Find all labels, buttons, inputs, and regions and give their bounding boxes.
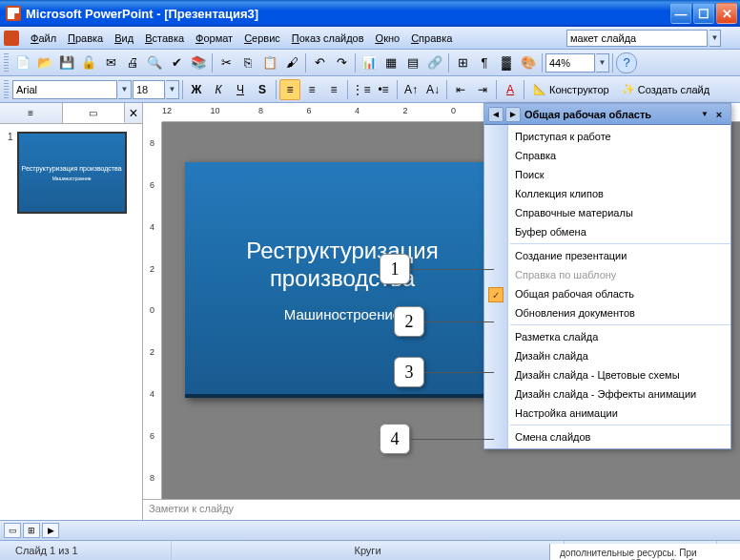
taskpane-item[interactable]: Буфер обмена xyxy=(484,222,730,241)
taskpane-item[interactable]: Разметка слайда xyxy=(484,327,730,346)
sorter-view-button[interactable]: ⊞ xyxy=(23,523,40,538)
shadow-button[interactable]: S xyxy=(252,79,273,100)
italic-button[interactable]: К xyxy=(208,79,229,100)
design-button[interactable]: 📐Конструктор xyxy=(527,79,615,100)
expand-icon[interactable]: ⊞ xyxy=(452,52,473,73)
bold-button[interactable]: Ж xyxy=(186,79,207,100)
taskpane-item[interactable]: Смена слайдов xyxy=(484,427,730,446)
taskpane-title[interactable]: Общая рабочая область xyxy=(524,109,698,120)
taskpane-menu: ◄ ► Общая рабочая область ▼ × Приступая … xyxy=(483,103,731,449)
undo-icon[interactable]: ↶ xyxy=(309,52,330,73)
window-title: Microsoft PowerPoint - [Презентация3] xyxy=(26,7,670,21)
slides-tab[interactable]: ▭ xyxy=(63,103,126,123)
formatting-toolbar: Arial ▼ 18 ▼ Ж К Ч S ≡ ≡ ≡ ⋮≡ •≡ A↑ A↓ ⇤… xyxy=(0,76,740,103)
taskpane-item[interactable]: Справка xyxy=(484,146,730,165)
status-slide: Слайд 1 из 1 xyxy=(0,541,172,560)
underline-button[interactable]: Ч xyxy=(230,79,251,100)
taskpane-dropdown-arrow[interactable]: ▼ xyxy=(701,110,709,118)
redo-icon[interactable]: ↷ xyxy=(331,52,352,73)
research-icon[interactable]: 📚 xyxy=(188,52,209,73)
new-slide-button[interactable]: ✨Создать слайд xyxy=(616,79,715,100)
notes-pane[interactable]: Заметки к слайду xyxy=(143,499,740,520)
taskpane-item[interactable]: Общая рабочая область✓ xyxy=(484,284,730,303)
align-center-button[interactable]: ≡ xyxy=(301,79,322,100)
menu-файл[interactable]: Файл xyxy=(25,31,62,46)
align-right-button[interactable]: ≡ xyxy=(323,79,344,100)
new-icon[interactable]: 📄 xyxy=(12,52,33,73)
taskpane-back-button[interactable]: ◄ xyxy=(488,107,504,122)
slideshow-view-button[interactable]: ▶ xyxy=(42,523,59,538)
taskpane-item[interactable]: Дизайн слайда - Цветовые схемы xyxy=(484,365,730,384)
menu-вставка[interactable]: Вставка xyxy=(139,31,190,46)
minimize-button[interactable]: — xyxy=(670,3,691,24)
increase-indent-button[interactable]: ⇥ xyxy=(472,79,493,100)
slide-subtitle[interactable]: Машиностроение xyxy=(284,306,401,322)
zoom-box[interactable]: 44% xyxy=(545,53,595,73)
taskpane-item[interactable]: Поиск xyxy=(484,165,730,184)
title-bar: Microsoft PowerPoint - [Презентация3] — … xyxy=(0,0,740,27)
table-icon[interactable]: ▦ xyxy=(380,52,401,73)
grid-icon[interactable]: ▓ xyxy=(496,52,517,73)
show-format-icon[interactable]: ¶ xyxy=(474,52,495,73)
chart-icon[interactable]: 📊 xyxy=(359,52,380,73)
taskpane-header: ◄ ► Общая рабочая область ▼ × xyxy=(484,104,730,125)
doc-control-icon[interactable] xyxy=(4,31,19,46)
help-search-box[interactable]: макет слайда xyxy=(566,30,708,47)
font-name-box[interactable]: Arial xyxy=(12,80,117,99)
taskpane-item[interactable]: Приступая к работе xyxy=(484,127,730,146)
menu-правка[interactable]: Правка xyxy=(62,31,109,46)
menu-сервис[interactable]: Сервис xyxy=(238,31,286,46)
taskpane-item[interactable]: Настройка анимации xyxy=(484,404,730,423)
hyperlink-icon[interactable]: 🔗 xyxy=(424,52,445,73)
taskpane-item[interactable]: Дизайн слайда xyxy=(484,346,730,365)
color-icon[interactable]: 🎨 xyxy=(518,52,539,73)
close-button[interactable]: ✕ xyxy=(716,3,737,24)
menu-показ слайдов[interactable]: Показ слайдов xyxy=(286,31,370,46)
copy-icon[interactable]: ⎘ xyxy=(237,52,258,73)
menu-вид[interactable]: Вид xyxy=(109,31,139,46)
taskpane-close-button[interactable]: × xyxy=(711,107,727,122)
taskpane-item[interactable]: Обновления документов xyxy=(484,303,730,322)
format-painter-icon[interactable]: 🖌 xyxy=(281,52,302,73)
toolbar-grip[interactable] xyxy=(4,53,9,73)
taskpane-item[interactable]: Справочные материалы xyxy=(484,203,730,222)
font-color-button[interactable]: A xyxy=(500,79,521,100)
outline-tab[interactable]: ≡ xyxy=(0,103,63,123)
spell-icon[interactable]: ✔ xyxy=(166,52,187,73)
menu-bar: ФайлПравкаВидВставкаФорматСервисПоказ сл… xyxy=(0,27,740,50)
numbering-button[interactable]: ⋮≡ xyxy=(351,79,372,100)
decrease-indent-button[interactable]: ⇤ xyxy=(450,79,471,100)
print-icon[interactable]: 🖨 xyxy=(122,52,143,73)
tables-borders-icon[interactable]: ▤ xyxy=(402,52,423,73)
decrease-font-button[interactable]: A↓ xyxy=(422,79,443,100)
help-search-dropdown[interactable]: ▼ xyxy=(709,30,721,47)
slide-thumbnail[interactable]: 1 Реструктуризация производства Машиност… xyxy=(8,132,134,214)
taskpane-item[interactable]: Коллекция клипов xyxy=(484,184,730,203)
paste-icon[interactable]: 📋 xyxy=(259,52,280,73)
normal-view-button[interactable]: ▭ xyxy=(4,523,21,538)
permission-icon[interactable]: 🔓 xyxy=(78,52,99,73)
menu-справка[interactable]: Справка xyxy=(405,31,458,46)
taskpane-item[interactable]: Создание презентации xyxy=(484,246,730,265)
taskpane-forward-button[interactable]: ► xyxy=(505,107,521,122)
align-left-button[interactable]: ≡ xyxy=(279,79,300,100)
zoom-dropdown[interactable]: ▼ xyxy=(596,53,609,73)
font-size-box[interactable]: 18 xyxy=(133,80,165,99)
increase-font-button[interactable]: A↑ xyxy=(401,79,421,100)
panel-close-button[interactable]: × xyxy=(125,103,142,123)
taskpane-item[interactable]: Дизайн слайда - Эффекты анимации xyxy=(484,384,730,404)
preview-icon[interactable]: 🔍 xyxy=(144,52,165,73)
menu-окно[interactable]: Окно xyxy=(370,31,406,46)
cut-icon[interactable]: ✂ xyxy=(216,52,236,73)
email-icon[interactable]: ✉ xyxy=(100,52,121,73)
help-icon[interactable]: ? xyxy=(616,52,637,73)
save-icon[interactable]: 💾 xyxy=(56,52,77,73)
maximize-button[interactable]: ☐ xyxy=(693,3,714,24)
font-size-dropdown[interactable]: ▼ xyxy=(166,80,179,99)
menu-формат[interactable]: Формат xyxy=(190,31,238,46)
slide[interactable]: Реструктуризацияпроизводства Машинострое… xyxy=(185,162,500,398)
bullets-button[interactable]: •≡ xyxy=(373,79,394,100)
font-name-dropdown[interactable]: ▼ xyxy=(118,80,132,99)
toolbar-grip[interactable] xyxy=(4,80,9,99)
open-icon[interactable]: 📂 xyxy=(34,52,55,73)
